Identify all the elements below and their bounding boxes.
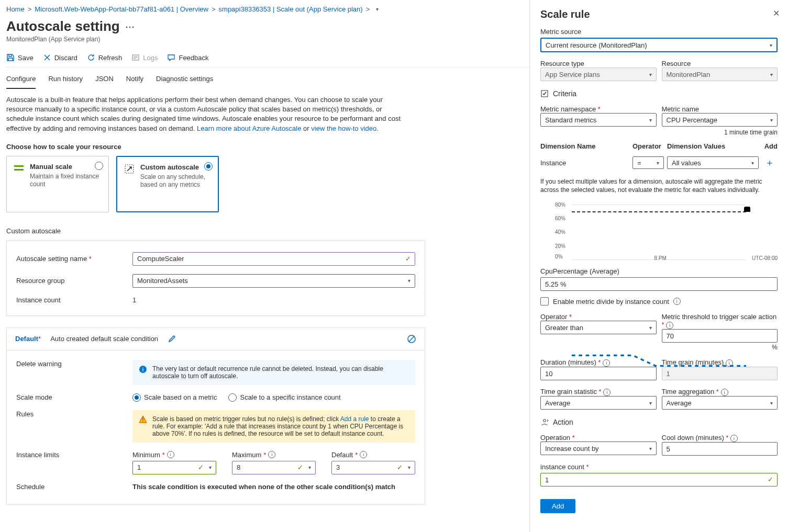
resource-select: MonitoredPlan▾ [662, 67, 778, 81]
edit-condition-icon[interactable] [168, 335, 176, 343]
dim-name-header: Dimension Name [540, 142, 629, 150]
breadcrumb-home[interactable]: Home [6, 5, 25, 13]
default-condition: Default* Auto created default scale cond… [6, 327, 425, 505]
tgs-info-icon[interactable]: i [603, 389, 611, 396]
tab-run-history[interactable]: Run history [48, 73, 83, 89]
refresh-icon [87, 53, 95, 62]
metric-source-label: Metric source [540, 28, 778, 36]
rules-label: Rules [16, 410, 132, 418]
dim-add-header: Add [762, 142, 778, 150]
command-bar: Save Discard Refresh Logs Feedback [6, 51, 529, 67]
time-aggregation-select[interactable]: Average▾ [662, 396, 778, 410]
valid-check-icon: ✓ [397, 463, 403, 471]
cooldown-input[interactable] [662, 442, 778, 456]
instance-count-value: 1 [132, 296, 415, 304]
resource-type-select: App Service plans▾ [540, 67, 657, 81]
metric-source-select[interactable]: Current resource (MonitoredPlan)▾ [540, 38, 778, 52]
enable-divide-checkbox[interactable] [540, 297, 549, 305]
disable-condition-icon[interactable] [407, 334, 416, 344]
manual-scale-card[interactable]: Manual scale Maintain a fixed instance c… [6, 156, 109, 212]
discard-button[interactable]: Discard [43, 53, 77, 62]
valid-check-icon: ✓ [198, 463, 204, 471]
time-grain-hint: 1 minute time grain [540, 129, 778, 136]
instance-count-input[interactable] [540, 473, 778, 486]
custom-autoscale-desc: Scale on any schedule, based on any metr… [140, 173, 212, 189]
add-dimension-button[interactable]: ＋ [762, 156, 778, 169]
valid-check-icon: ✓ [405, 255, 411, 263]
dim-name-cell: Instance [540, 159, 629, 167]
scale-options: Manual scale Maintain a fixed instance c… [6, 156, 529, 212]
metric-name-select[interactable]: CPU Percentage▾ [662, 113, 778, 127]
rules-warning-banner: ! Scale is based on metric trigger rules… [132, 410, 415, 443]
custom-autoscale-icon [124, 163, 135, 175]
save-icon [6, 53, 15, 62]
manual-scale-icon [13, 163, 25, 174]
logs-button: Logs [131, 53, 158, 62]
scale-mode-metric-radio[interactable]: Scale based on a metric [132, 393, 217, 402]
default-input[interactable]: 3▾ [331, 461, 415, 474]
max-input[interactable]: 8▾ [232, 461, 316, 474]
operation-select[interactable]: Increase count by▾ [540, 442, 657, 455]
logs-icon [131, 53, 140, 62]
breadcrumb-overflow-icon[interactable]: ▾ [376, 6, 379, 12]
tab-json[interactable]: JSON [95, 73, 114, 89]
dimension-table: Dimension Name Operator Dimension Values… [540, 139, 778, 172]
default-info-icon[interactable]: i [360, 451, 367, 458]
condition-auto-text: Auto created default scale condition [50, 335, 158, 343]
custom-autoscale-card[interactable]: Custom autoscale Scale on any schedule, … [116, 156, 219, 212]
add-rule-button[interactable]: Add [540, 499, 575, 513]
dimension-note: If you select multiple values for a dime… [540, 177, 778, 194]
tab-diagnostic[interactable]: Diagnostic settings [156, 73, 213, 89]
dim-operator-select[interactable]: =▾ [632, 156, 664, 169]
custom-autoscale-radio[interactable] [204, 162, 213, 171]
manual-scale-title: Manual scale [30, 163, 102, 171]
tab-notify[interactable]: Notify [126, 73, 143, 89]
refresh-button[interactable]: Refresh [87, 53, 123, 62]
tab-bar: Configure Run history JSON Notify Diagno… [6, 67, 529, 89]
resource-group-select[interactable]: MonitoredAssets▾ [132, 274, 415, 288]
delete-warning-banner: i The very last or default recurrence ru… [132, 360, 415, 385]
info-icon: i [139, 365, 147, 373]
valid-check-icon: ✓ [768, 476, 773, 483]
breadcrumb-item-1[interactable]: Microsoft.Web-WebApp-Portal-bb77af81-a06… [35, 5, 208, 13]
learn-more-link[interactable]: Learn more about Azure Autoscale [197, 124, 301, 132]
ta-info-icon[interactable]: i [721, 389, 728, 396]
breadcrumb-item-2[interactable]: smpapi38336353 | Scale out (App Service … [219, 5, 363, 13]
cooldown-info-icon[interactable]: i [730, 435, 738, 442]
save-button[interactable]: Save [6, 53, 34, 62]
feedback-button[interactable]: Feedback [167, 53, 208, 62]
manual-scale-radio[interactable] [95, 162, 103, 170]
svg-rect-2 [14, 169, 24, 171]
manual-scale-desc: Maintain a fixed instance count [30, 173, 102, 189]
custom-form: Autoscale setting name * ✓ Resource grou… [6, 240, 425, 316]
autoscale-name-input[interactable] [132, 252, 415, 266]
page-subtitle: MonitoredPlan (App Service plan) [6, 36, 529, 43]
min-info-icon[interactable]: i [167, 451, 174, 458]
min-input[interactable]: 1▾ [132, 461, 216, 474]
metric-namespace-select[interactable]: Standard metrics▾ [540, 113, 657, 127]
resource-type-label: Resource type [540, 60, 584, 67]
more-actions-icon[interactable]: ⋯ [125, 21, 135, 32]
condition-name[interactable]: Default [15, 335, 38, 343]
schedule-note: This scale condition is executed when no… [132, 483, 395, 491]
instance-limits-label: Instance limits [16, 451, 132, 459]
dim-values-header: Dimension Values [667, 142, 759, 150]
svg-point-9 [543, 420, 546, 422]
page-title: Autoscale setting ⋯ [6, 18, 529, 35]
close-panel-icon[interactable]: ✕ [773, 8, 780, 18]
max-info-icon[interactable]: i [268, 451, 275, 458]
tab-configure[interactable]: Configure [6, 73, 36, 89]
howto-video-link[interactable]: view the how-to video [311, 124, 376, 132]
custom-autoscale-title: Custom autoscale [140, 163, 212, 171]
time-grain-statistic-select[interactable]: Average▾ [540, 396, 657, 410]
custom-heading: Custom autoscale [6, 212, 529, 240]
resource-label: Resource [662, 60, 691, 67]
scale-mode-count-radio[interactable]: Scale to a specific instance count [228, 393, 340, 402]
feedback-icon [167, 53, 175, 62]
add-rule-link[interactable]: Add a rule [340, 415, 369, 423]
action-icon [540, 418, 549, 426]
discard-icon [43, 53, 51, 62]
dim-values-select[interactable]: All values▾ [667, 156, 759, 169]
autoscale-description: Autoscale is a built-in feature that hel… [6, 89, 404, 138]
warning-icon: ! [139, 415, 147, 424]
